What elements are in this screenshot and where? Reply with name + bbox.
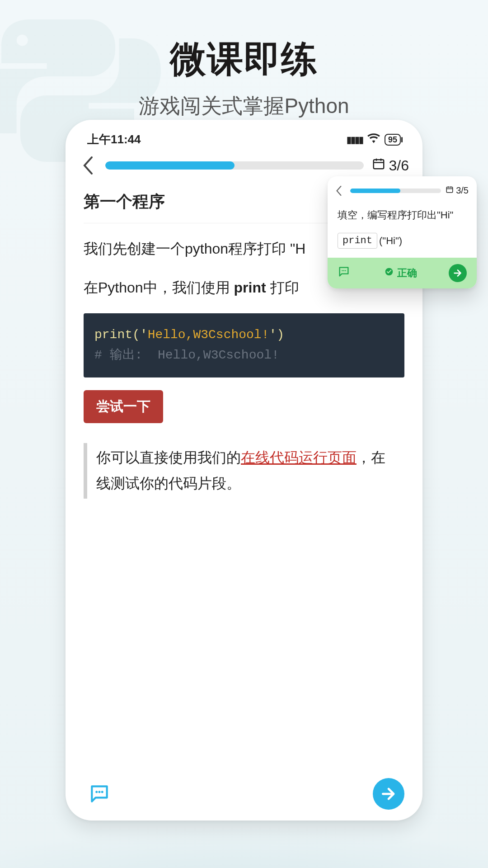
quiz-result-label: 正确 bbox=[397, 266, 417, 280]
quiz-result-bar: 正确 bbox=[328, 258, 477, 288]
quiz-progress-fill bbox=[350, 189, 400, 193]
hero-subtitle: 游戏闯关式掌握Python bbox=[0, 92, 488, 120]
svg-point-7 bbox=[345, 270, 346, 271]
svg-point-1 bbox=[95, 791, 98, 793]
page-counter-text: 3/6 bbox=[389, 157, 409, 174]
check-circle-icon bbox=[385, 267, 394, 279]
quiz-back-button[interactable] bbox=[336, 186, 346, 196]
status-bar: 上午11:44 ▮▮▮▮ 95 bbox=[66, 120, 422, 150]
code-string: Hello,W3Cschool! bbox=[148, 328, 269, 342]
code-keyword: print bbox=[94, 328, 132, 342]
quote-prefix: 你可以直接使用我们的 bbox=[96, 449, 241, 466]
code-comment: # 输出: Hello,W3Cschool! bbox=[94, 348, 279, 362]
page-counter: 3/6 bbox=[372, 157, 409, 174]
svg-point-6 bbox=[343, 270, 344, 271]
lesson-progress-fill bbox=[105, 161, 235, 170]
quiz-next-button[interactable] bbox=[449, 264, 467, 282]
quiz-counter-text: 3/5 bbox=[456, 185, 469, 196]
hero-title: 微课即练 bbox=[0, 35, 488, 84]
back-button[interactable] bbox=[79, 156, 97, 175]
svg-point-2 bbox=[99, 791, 101, 793]
tip-quote: 你可以直接使用我们的在线代码运行页面，在线测试你的代码片段。 bbox=[84, 443, 404, 499]
quiz-fill-row: print ("Hi") bbox=[338, 233, 467, 249]
code-open: (' bbox=[132, 328, 148, 342]
body-suffix: 打印 bbox=[266, 279, 299, 296]
wifi-icon bbox=[367, 132, 380, 146]
quiz-page-counter: 3/5 bbox=[446, 185, 469, 196]
quiz-after-blank: ("Hi") bbox=[379, 235, 402, 247]
online-code-link[interactable]: 在线代码运行页面 bbox=[241, 449, 357, 466]
battery-indicator: 95 bbox=[385, 134, 401, 146]
try-it-button[interactable]: 尝试一下 bbox=[84, 390, 163, 423]
chat-button[interactable] bbox=[84, 778, 115, 810]
code-block: print('Hello,W3Cschool!') # 输出: Hello,W3… bbox=[84, 313, 404, 377]
svg-rect-4 bbox=[446, 187, 453, 193]
svg-rect-0 bbox=[373, 160, 384, 169]
next-button[interactable] bbox=[373, 778, 404, 810]
lesson-progress-bar bbox=[105, 161, 364, 170]
body-bold-print: print bbox=[234, 279, 266, 296]
svg-point-3 bbox=[101, 791, 103, 793]
calendar-icon bbox=[372, 157, 385, 174]
code-close: ') bbox=[269, 328, 284, 342]
signal-icon: ▮▮▮▮ bbox=[347, 134, 363, 145]
quiz-chat-button[interactable] bbox=[338, 265, 353, 281]
status-time: 上午11:44 bbox=[87, 132, 141, 147]
quiz-popup-phone: 3/5 填空，编写程序打印出"Hi" print ("Hi") 正确 bbox=[328, 176, 477, 288]
body-prefix: 在Python中，我们使用 bbox=[84, 279, 234, 296]
quiz-blank-input[interactable]: print bbox=[338, 233, 377, 249]
svg-point-5 bbox=[342, 270, 343, 271]
quiz-prompt: 填空，编写程序打印出"Hi" bbox=[338, 208, 467, 222]
calendar-icon bbox=[446, 185, 454, 196]
quiz-progress-bar bbox=[350, 189, 441, 193]
